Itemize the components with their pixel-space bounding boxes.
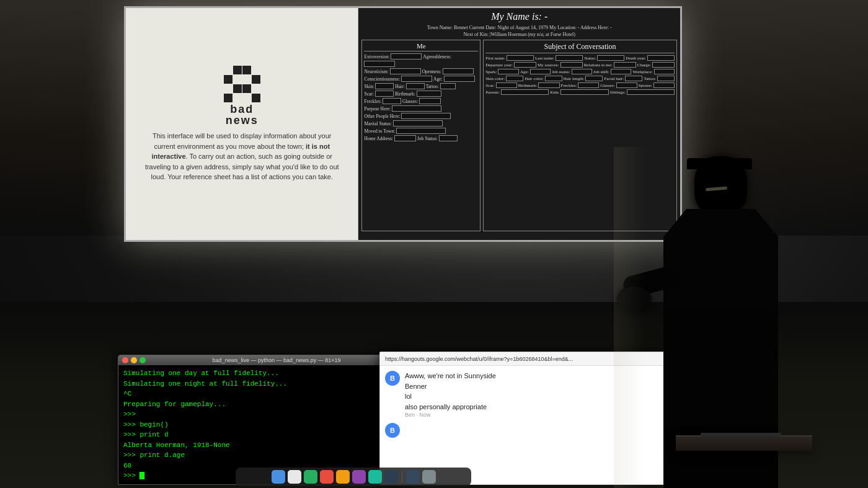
- field-row: Purpose Here:: [364, 105, 478, 112]
- terminal-line: ^C: [123, 389, 404, 399]
- chat-meta: Ben · Now: [405, 412, 659, 418]
- chat-message: B Awww, we're not in Sunnyside Benner lo…: [385, 371, 659, 418]
- terminal-body[interactable]: Simulating one day at full fidelity... S…: [118, 365, 409, 484]
- field-row: Extroversion: Agreeableness:: [364, 53, 478, 67]
- projector-screen: bad news This interface will be used to …: [124, 6, 682, 242]
- dock-icon[interactable]: [368, 470, 382, 484]
- news-text: news: [226, 115, 259, 126]
- terminal-line: >>> print d: [123, 430, 404, 440]
- dock-icon[interactable]: [422, 470, 436, 484]
- terminal-titlebar: bad_news_live — python — bad_news.py — 8…: [118, 355, 409, 365]
- subject-panel: Subject of Conversation First name: Last…: [483, 40, 677, 231]
- dock-icon[interactable]: [336, 470, 350, 484]
- chat-message-2: B: [385, 423, 659, 438]
- dock-icon[interactable]: [352, 470, 366, 484]
- subject-field-row: Skin color: Hair color: Hair length: Fac…: [485, 76, 675, 81]
- terminal-line: Simulating one night at full fidelity...: [123, 379, 404, 389]
- terminal-window: bad_news_live — python — bad_news.py — 8…: [118, 355, 409, 485]
- subject-panel-title: Subject of Conversation: [485, 42, 675, 53]
- me-panel: Me Extroversion: Agreeableness: Neurotic…: [361, 40, 480, 231]
- game-ui-panel: My Name is: - Town Name: Bennet Current …: [358, 8, 680, 240]
- logo-grid: [224, 66, 260, 102]
- mac-taskbar: [236, 468, 471, 486]
- subject-field-row: Spark: Age: Job status: Job shift: Workp…: [485, 69, 675, 74]
- chat-avatar: B: [385, 371, 400, 386]
- hangouts-urlbar: https://hangouts.google.com/webchat/u/0/…: [380, 352, 664, 366]
- laptop: [701, 433, 781, 437]
- field-row: Other People Here:: [364, 113, 478, 119]
- dock-icon[interactable]: [406, 470, 420, 484]
- hangouts-window: https://hangouts.google.com/webchat/u/0/…: [379, 352, 665, 485]
- field-row: Freckles: Glasses:: [364, 98, 478, 104]
- game-title: My Name is: -: [361, 11, 677, 22]
- url-bar-text: https://hangouts.google.com/webchat/u/0/…: [385, 356, 659, 362]
- bad-news-panel: bad news This interface will be used to …: [126, 8, 358, 240]
- screen-content: bad news This interface will be used to …: [126, 8, 680, 240]
- dock-icon[interactable]: [304, 470, 317, 484]
- subject-field-row: Scar: Birthmark: Freckles: Glasses: Spou…: [485, 82, 675, 88]
- chat-avatar-2: B: [385, 423, 400, 438]
- terminal-line: >>>: [123, 409, 404, 420]
- field-row: Scar: Birthmark:: [364, 91, 478, 97]
- dock-icon[interactable]: [384, 470, 398, 484]
- field-row: Moved to Town:: [364, 128, 478, 134]
- terminal-line: Preparing for gameplay...: [123, 399, 404, 410]
- subject-field-row: Departure year: My sources: Relations to…: [485, 62, 675, 68]
- terminal-line: >>> begin(): [123, 420, 404, 430]
- field-row: Neuroticism: Openness:: [364, 68, 478, 74]
- field-row: Conscientiousness: Age:: [364, 76, 478, 82]
- podium: [676, 435, 812, 451]
- subject-field-row: First name: Last name: Status: Death yea…: [485, 55, 675, 61]
- terminal-line: >>> print d.age: [123, 450, 404, 461]
- dock-icon[interactable]: [320, 470, 334, 484]
- dock-icon[interactable]: [288, 470, 301, 484]
- field-row: Home Address: Job Status:: [364, 135, 478, 141]
- me-panel-title: Me: [364, 42, 478, 51]
- dock-icon[interactable]: [272, 470, 285, 484]
- terminal-maximize-button[interactable]: [140, 357, 146, 363]
- bad-news-logo: bad news: [224, 66, 260, 126]
- terminal-close-button[interactable]: [122, 357, 128, 363]
- game-main-content: Me Extroversion: Agreeableness: Neurotic…: [361, 40, 677, 231]
- terminal-minimize-button[interactable]: [131, 357, 137, 363]
- terminal-line: Simulating one day at full fidelity...: [123, 368, 404, 379]
- interface-description: This interface will be used to display i…: [135, 131, 348, 182]
- chat-content: Awww, we're not in Sunnyside Benner lol …: [405, 371, 659, 418]
- terminal-title: bad_news_live — python — bad_news.py — 8…: [213, 357, 341, 363]
- bad-text: bad: [230, 104, 254, 115]
- dock-separator: [402, 471, 402, 482]
- field-row: Skin: Hair: Tattoo:: [364, 83, 478, 89]
- game-info: Town Name: Bennet Current Date: Night of…: [361, 24, 677, 38]
- terminal-line: Alberta Hoerman, 1918-None: [123, 440, 404, 451]
- subject-field-row: Parents: Kids: Siblings:: [485, 89, 675, 95]
- chat-content-2: [405, 423, 659, 438]
- chat-bubble: Awww, we're not in Sunnyside Benner lol …: [405, 371, 659, 412]
- hangouts-chat-body[interactable]: B Awww, we're not in Sunnyside Benner lo…: [380, 366, 664, 484]
- field-row: Marital Status:: [364, 120, 478, 126]
